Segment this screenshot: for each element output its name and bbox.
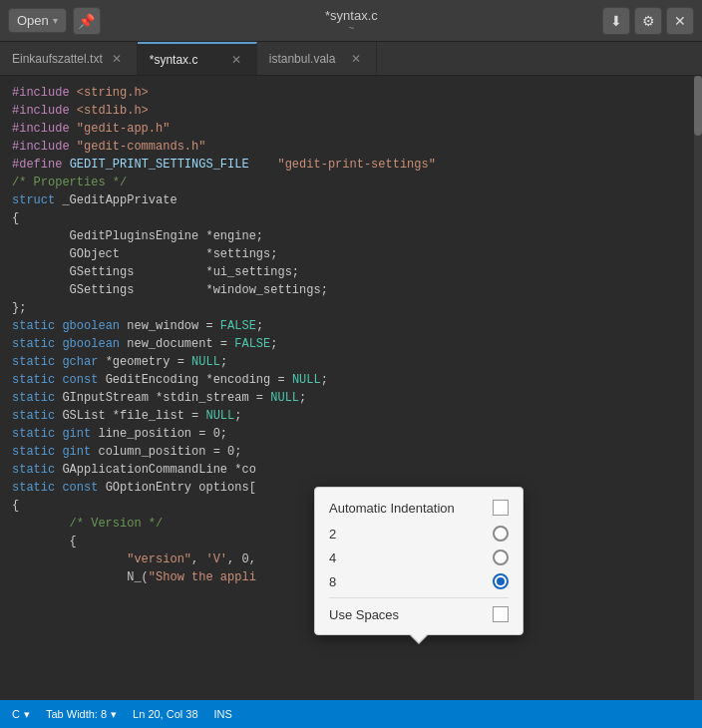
tab-label: istanbul.vala <box>269 52 336 66</box>
popup-header: Automatic Indentation <box>329 500 509 516</box>
tab-close-icon[interactable]: ✕ <box>109 51 125 67</box>
tab-close-icon[interactable]: ✕ <box>228 52 244 68</box>
title-subtitle: ~ <box>107 23 596 34</box>
use-spaces-label: Use Spaces <box>329 607 399 622</box>
code-line: #include <stdlib.h> <box>12 102 690 120</box>
pin-button[interactable]: 📌 <box>73 7 101 35</box>
code-line: }; <box>12 299 690 317</box>
chevron-down-icon: ▾ <box>53 15 58 26</box>
title-bar: Open ▾ 📌 *syntax.c ~ ⬇ ⚙ ✕ <box>0 0 702 42</box>
title-actions: ⬇ ⚙ ✕ <box>602 7 694 35</box>
code-line: static gint column_position = 0; <box>12 443 690 461</box>
indentation-popup: Automatic Indentation 2 4 8 Use Spaces <box>314 487 524 635</box>
insert-mode: INS <box>214 708 232 720</box>
popup-title: Automatic Indentation <box>329 501 455 516</box>
close-icon: ✕ <box>674 13 686 29</box>
tab-width-selector[interactable]: Tab Width: 8 ▾ <box>46 708 117 721</box>
indent-label-4: 4 <box>329 550 336 565</box>
cursor-position: Ln 20, Col 38 <box>133 708 197 720</box>
code-line: static gboolean new_window = FALSE; <box>12 317 690 335</box>
open-label: Open <box>17 13 49 28</box>
indent-option-8[interactable]: 8 <box>329 573 509 589</box>
code-line: #include "gedit-app.h" <box>12 120 690 138</box>
code-line: static GInputStream *stdin_stream = NULL… <box>12 389 690 407</box>
indent-option-4[interactable]: 4 <box>329 549 509 565</box>
tab-label: *syntax.c <box>150 53 198 67</box>
language-chevron-icon: ▾ <box>24 708 30 721</box>
tab-width-chevron-icon: ▾ <box>111 708 117 721</box>
indent-option-2[interactable]: 2 <box>329 526 509 542</box>
radio-8[interactable] <box>493 573 509 589</box>
code-line: GSettings *ui_settings; <box>12 263 690 281</box>
indent-label-2: 2 <box>329 527 336 542</box>
code-line: static const GeditEncoding *encoding = N… <box>12 371 690 389</box>
code-line: { <box>12 209 690 227</box>
code-line: /* Properties */ <box>12 174 690 191</box>
code-line: static gboolean new_document = FALSE; <box>12 335 690 353</box>
code-line: GeditPluginsEngine *engine; <box>12 227 690 245</box>
position-label: Ln 20, Col 38 <box>133 708 197 720</box>
popup-arrow <box>411 634 427 642</box>
code-line: GSettings *window_settings; <box>12 281 690 299</box>
code-line: #include "gedit-commands.h" <box>12 138 690 156</box>
radio-2[interactable] <box>493 526 509 542</box>
code-line: GObject *settings; <box>12 245 690 263</box>
code-line: static gchar *geometry = NULL; <box>12 353 690 371</box>
tab-width-label: Tab Width: 8 <box>46 708 107 720</box>
tab-istanbul-vala[interactable]: istanbul.vala ✕ <box>257 42 377 75</box>
scrollbar-thumb[interactable] <box>694 76 702 136</box>
open-button[interactable]: Open ▾ <box>8 8 67 33</box>
tab-close-icon[interactable]: ✕ <box>348 51 364 67</box>
language-selector[interactable]: C ▾ <box>12 708 30 721</box>
window-title: *syntax.c <box>107 8 596 23</box>
download-button[interactable]: ⬇ <box>602 7 630 35</box>
popup-footer: Use Spaces <box>329 606 509 622</box>
language-label: C <box>12 708 20 720</box>
automatic-indentation-checkbox[interactable] <box>493 500 509 516</box>
code-line: #include <string.h> <box>12 84 690 102</box>
close-button[interactable]: ✕ <box>666 7 694 35</box>
tab-syntax-c[interactable]: *syntax.c ✕ <box>138 42 257 75</box>
use-spaces-checkbox[interactable] <box>493 606 509 622</box>
tab-einkaufszattel[interactable]: Einkaufszattel.txt ✕ <box>0 42 138 75</box>
tabs-bar: Einkaufszattel.txt ✕ *syntax.c ✕ istanbu… <box>0 42 702 76</box>
code-line: struct _GeditAppPrivate <box>12 191 690 209</box>
code-line: static gint line_position = 0; <box>12 425 690 443</box>
scrollbar[interactable] <box>694 76 702 700</box>
code-line: static GSList *file_list = NULL; <box>12 407 690 425</box>
settings-button[interactable]: ⚙ <box>634 7 662 35</box>
gear-icon: ⚙ <box>642 13 655 29</box>
download-icon: ⬇ <box>610 13 622 29</box>
code-line: #define GEDIT_PRINT_SETTINGS_FILE "gedit… <box>12 156 690 174</box>
radio-4[interactable] <box>493 549 509 565</box>
status-bar: C ▾ Tab Width: 8 ▾ Ln 20, Col 38 INS <box>0 700 702 728</box>
indent-label-8: 8 <box>329 574 336 589</box>
popup-divider <box>329 597 509 598</box>
mode-label: INS <box>214 708 232 720</box>
tab-label: Einkaufszattel.txt <box>12 52 103 66</box>
code-line: static GApplicationCommandLine *co <box>12 461 690 479</box>
